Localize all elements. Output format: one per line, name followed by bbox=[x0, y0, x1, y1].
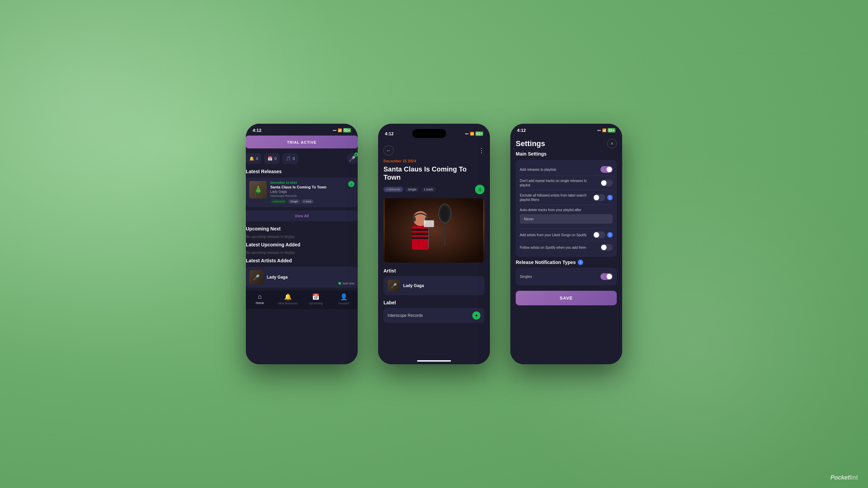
release-notif-card: Singles bbox=[516, 268, 617, 285]
latest-releases-title: Latest Releases bbox=[246, 169, 358, 174]
counter-calendar[interactable]: 📅 0 bbox=[264, 153, 280, 164]
add-label-button[interactable]: + bbox=[472, 311, 480, 320]
setting-toggle-2[interactable] bbox=[600, 180, 613, 186]
nav-home-label: Home bbox=[256, 301, 264, 305]
release-title: Santa Claus Is Coming To Town bbox=[270, 185, 354, 189]
artist-thumbnail: 🎤 bbox=[249, 270, 263, 284]
setting-row-3: Exclude all followed artists from label … bbox=[520, 190, 613, 205]
main-settings-title: Main Settings bbox=[516, 151, 617, 157]
detail-tag-single: Single bbox=[405, 187, 419, 192]
singles-toggle[interactable] bbox=[600, 273, 613, 280]
setting-toggle-5[interactable] bbox=[593, 231, 605, 238]
battery-1: 51+ bbox=[343, 128, 351, 133]
counter-bell[interactable]: 🔔 0 bbox=[246, 153, 261, 164]
no-upcoming-text-2: No upcoming releases to display bbox=[246, 251, 358, 255]
release-notif-header: Release Notification Types i bbox=[516, 260, 617, 265]
artist-row-thumb: 🎤 bbox=[388, 280, 400, 292]
toggle-knob-6 bbox=[601, 245, 607, 250]
release-card[interactable]: 🎄 December 15 2024 Santa Claus Is Coming… bbox=[246, 178, 358, 207]
calendar-icon: 📅 bbox=[268, 156, 273, 161]
status-time-1: 4:12 bbox=[253, 128, 261, 133]
release-date: December 15 2024 bbox=[270, 181, 354, 184]
mic-button[interactable]: 🎤 0 bbox=[347, 153, 358, 164]
artist-row-card[interactable]: 🎤 Lady Gaga bbox=[383, 276, 485, 295]
signal-icon-1: ▪▪▪ bbox=[333, 128, 336, 132]
detail-tags-row: crabhands Single 1 track ♫ bbox=[383, 185, 485, 194]
status-icons-3: ▪▪▪ 📶 51+ bbox=[597, 128, 615, 133]
counter-cal-value: 0 bbox=[274, 157, 276, 161]
info-icon-5[interactable]: i bbox=[607, 232, 613, 238]
setting-toggle-1[interactable] bbox=[600, 166, 613, 173]
release-notif-info-icon[interactable]: i bbox=[578, 260, 583, 265]
save-button[interactable]: SAVE bbox=[516, 291, 617, 305]
back-button[interactable]: ← bbox=[383, 145, 394, 156]
setting-text-1: Add releases to playlists bbox=[520, 167, 598, 172]
counter-music[interactable]: 🎵 0 bbox=[282, 153, 298, 164]
label-name: Interscope Records bbox=[388, 313, 423, 318]
counter-row: 🔔 0 📅 0 🎵 0 🎤 0 bbox=[246, 153, 358, 164]
detail-tag-crabhands: crabhands bbox=[383, 187, 403, 192]
close-button[interactable]: ✕ bbox=[607, 139, 617, 148]
no-upcoming-text: No upcoming releases to display bbox=[246, 235, 358, 239]
nav-new-releases[interactable]: 🔔 New Releases bbox=[274, 293, 302, 305]
toggle-knob-5 bbox=[594, 232, 599, 238]
nav-account[interactable]: 👤 Account bbox=[330, 293, 358, 305]
setting-row-1: Add releases to playlists bbox=[520, 163, 613, 176]
tag-single: Single bbox=[288, 199, 300, 204]
upcoming-icon: 📅 bbox=[312, 293, 319, 301]
artist-card[interactable]: 🎤 Lady Gaga Just now bbox=[246, 267, 358, 288]
artist-row-name: Lady Gaga bbox=[403, 283, 424, 288]
svg-rect-0 bbox=[385, 198, 483, 263]
counter-bell-value: 0 bbox=[256, 157, 258, 161]
nav-releases-label: New Releases bbox=[278, 302, 298, 305]
trial-banner[interactable]: TRIAL ACTIVE bbox=[246, 136, 358, 148]
never-dropdown[interactable]: Never bbox=[520, 214, 613, 224]
info-icon-3[interactable]: i bbox=[607, 195, 613, 200]
setting-text-5: Add artists from your Liked Songs on Spo… bbox=[520, 233, 590, 237]
never-dropdown-value: Never bbox=[524, 217, 534, 221]
nav-upcoming[interactable]: 📅 Upcoming bbox=[302, 293, 330, 305]
battery-2: 51+ bbox=[475, 131, 483, 136]
more-button[interactable]: ⋮ bbox=[478, 147, 485, 154]
setting-toggle-3[interactable] bbox=[593, 194, 605, 201]
tag-track: 1 track bbox=[301, 199, 314, 204]
watermark: Pocketlint bbox=[830, 474, 858, 481]
toggle-knob-2 bbox=[601, 180, 607, 186]
settings-content: Main Settings Add releases to playlists … bbox=[510, 151, 622, 364]
upcoming-next-title: Upcoming Next bbox=[246, 226, 358, 231]
phone-1-screen: 4:12 ▪▪▪ 📶 51+ TRIAL ACTIVE 🔔 0 bbox=[246, 124, 358, 364]
spotify-icon-detail[interactable]: ♫ bbox=[475, 185, 485, 194]
latest-upcoming-section: Latest Upcoming Added No upcoming releas… bbox=[246, 242, 358, 255]
latest-upcoming-title: Latest Upcoming Added bbox=[246, 242, 358, 247]
setting-toggle-6[interactable] bbox=[600, 244, 613, 251]
album-art bbox=[383, 198, 485, 263]
latest-artists-section: Latest Artists Added 🎤 Lady Gaga Just no… bbox=[246, 258, 358, 288]
setting-right-5: i bbox=[593, 231, 613, 238]
release-thumb-art: 🎄 bbox=[249, 181, 267, 199]
nav-upcoming-label: Upcoming bbox=[309, 302, 323, 305]
release-thumbnail: 🎄 bbox=[249, 181, 267, 199]
detail-title: Santa Claus Is Coming To Town bbox=[383, 165, 485, 181]
status-bar-1: 4:12 ▪▪▪ 📶 51+ bbox=[246, 124, 358, 136]
upcoming-next-section: Upcoming Next No upcoming releases to di… bbox=[246, 226, 358, 239]
spotify-icon-release[interactable]: ♫ bbox=[348, 181, 354, 187]
tag-crabhands: crabhands bbox=[270, 199, 287, 204]
status-bar-2: 4:12 ▪▪▪ 📶 51+ bbox=[378, 124, 490, 142]
just-now-dot bbox=[338, 282, 341, 285]
detail-tag-track: 1 track bbox=[421, 187, 436, 192]
dynamic-island-area bbox=[412, 128, 446, 139]
setting-row-6: Follow artists on Spotify when you add t… bbox=[520, 241, 613, 253]
artist-name: Lady Gaga bbox=[267, 275, 354, 280]
setting-row-5: Add artists from your Liked Songs on Spo… bbox=[520, 229, 613, 241]
home-icon: ⌂ bbox=[258, 293, 262, 300]
view-all-button[interactable]: View All bbox=[246, 210, 358, 221]
account-icon: 👤 bbox=[340, 293, 348, 301]
detail-content: December 15 2024 Santa Claus Is Coming T… bbox=[378, 159, 490, 357]
wifi-icon-3: 📶 bbox=[602, 128, 606, 132]
nav-home[interactable]: ⌂ Home bbox=[246, 293, 274, 305]
signal-icon-2: ▪▪▪ bbox=[465, 132, 469, 136]
nav-account-label: Account bbox=[338, 302, 349, 305]
main-settings-card: Add releases to playlists Don't add repe… bbox=[516, 160, 617, 257]
singles-row: Singles bbox=[520, 271, 613, 282]
phone-3: 4:12 ▪▪▪ 📶 51+ Settings ✕ Main Settings bbox=[510, 124, 622, 364]
